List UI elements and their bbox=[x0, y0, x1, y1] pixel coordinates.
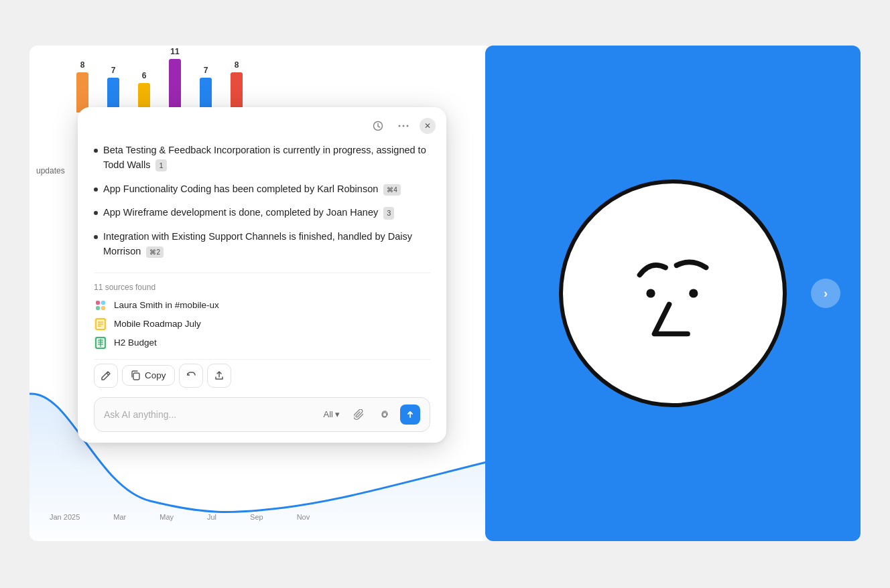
filter-chevron-icon: ▾ bbox=[335, 409, 340, 419]
source-slack-label: Laura Smith in #mobile-ux bbox=[114, 300, 219, 310]
list-item: App Functionality Coding has been comple… bbox=[94, 182, 430, 197]
bullet-list: Beta Testing & Feedback Incorporation is… bbox=[94, 143, 430, 259]
bar-chart: 8 7 6 11 7 8 bbox=[29, 46, 492, 113]
x-axis-label: Sep bbox=[250, 513, 263, 521]
slack-icon bbox=[94, 299, 107, 312]
list-item: Beta Testing & Feedback Incorporation is… bbox=[94, 143, 430, 173]
list-item: App Wireframe development is done, compl… bbox=[94, 206, 430, 220]
history-button[interactable] bbox=[369, 117, 387, 135]
carousel-next-button[interactable]: › bbox=[811, 279, 840, 308]
face-svg bbox=[599, 220, 747, 367]
share-button[interactable] bbox=[207, 364, 231, 388]
doc-icon bbox=[94, 317, 107, 331]
bullet-text: App Functionality Coding has been comple… bbox=[103, 182, 401, 197]
svg-rect-9 bbox=[101, 306, 105, 310]
filter-label: All bbox=[324, 409, 333, 419]
svg-point-3 bbox=[399, 125, 401, 127]
badge: ⌘2 bbox=[146, 246, 164, 258]
bar-rect bbox=[76, 72, 88, 113]
bullet-dot bbox=[94, 188, 98, 192]
badge: 1 bbox=[155, 159, 166, 172]
source-sheet-label: H2 Budget bbox=[114, 338, 157, 348]
ai-panel: ✕ Beta Testing & Feedback Incorporation … bbox=[78, 107, 446, 443]
svg-rect-20 bbox=[133, 373, 139, 380]
bar-label: 8 bbox=[80, 60, 85, 70]
bar-group: 7 bbox=[200, 66, 212, 113]
source-item-sheet: H2 Budget bbox=[94, 336, 430, 350]
x-axis-label: Jul bbox=[207, 513, 216, 521]
svg-point-5 bbox=[407, 125, 409, 127]
bar-label: 6 bbox=[142, 71, 147, 80]
ai-input-field[interactable] bbox=[104, 409, 314, 420]
more-options-button[interactable] bbox=[394, 117, 413, 135]
bar-label: 7 bbox=[111, 66, 116, 75]
next-icon: › bbox=[824, 287, 828, 301]
svg-rect-6 bbox=[96, 301, 100, 305]
filter-button[interactable]: All ▾ bbox=[320, 407, 344, 421]
bar-label: 11 bbox=[170, 47, 179, 56]
x-axis-label: Mar bbox=[113, 513, 126, 521]
x-axis-label: May bbox=[160, 513, 174, 521]
source-item-slack: Laura Smith in #mobile-ux bbox=[94, 299, 430, 312]
bullet-text: Integration with Existing Support Channe… bbox=[103, 230, 430, 259]
close-button[interactable]: ✕ bbox=[420, 118, 436, 134]
bar-group: 8 bbox=[231, 60, 243, 113]
face-illustration bbox=[559, 179, 787, 407]
bullet-text: Beta Testing & Feedback Incorporation is… bbox=[103, 143, 430, 173]
send-button[interactable] bbox=[400, 405, 420, 425]
sheet-icon bbox=[94, 336, 107, 350]
svg-rect-7 bbox=[101, 301, 105, 305]
ai-input-area[interactable]: All ▾ bbox=[94, 397, 430, 432]
blue-carousel-panel: › bbox=[485, 46, 861, 541]
bar-rect bbox=[169, 59, 181, 113]
edit-button[interactable] bbox=[94, 364, 118, 388]
copy-button[interactable]: Copy bbox=[122, 365, 175, 386]
source-doc-label: Mobile Roadmap July bbox=[114, 319, 201, 329]
sources-section: 11 sources found Laura Smith in #mobile-… bbox=[94, 273, 430, 350]
bullet-dot bbox=[94, 149, 98, 153]
bullet-dot bbox=[94, 235, 98, 239]
undo-button[interactable] bbox=[179, 364, 203, 388]
bar-group: 6 bbox=[138, 71, 150, 113]
x-axis-label: Jan 2025 bbox=[50, 513, 80, 521]
attachment-button[interactable] bbox=[349, 405, 369, 425]
bar-rect bbox=[231, 72, 243, 113]
copy-label: Copy bbox=[145, 370, 166, 380]
bullet-dot bbox=[94, 211, 98, 215]
badge: 3 bbox=[383, 207, 394, 220]
bar-group: 11 bbox=[169, 47, 181, 113]
badge: ⌘4 bbox=[383, 184, 401, 196]
chart-x-labels: Jan 2025MarMayJulSepNov bbox=[50, 513, 492, 521]
panel-content: Beta Testing & Feedback Incorporation is… bbox=[78, 141, 446, 443]
svg-point-0 bbox=[646, 289, 655, 297]
bar-group: 8 bbox=[76, 60, 88, 113]
bar-label: 8 bbox=[235, 60, 239, 70]
list-item: Integration with Existing Support Channe… bbox=[94, 230, 430, 259]
x-axis-label: Nov bbox=[297, 513, 310, 521]
mention-button[interactable] bbox=[375, 405, 395, 425]
svg-line-19 bbox=[107, 373, 109, 375]
svg-rect-8 bbox=[96, 306, 100, 310]
bar-label: 7 bbox=[204, 66, 208, 75]
svg-point-4 bbox=[403, 125, 405, 127]
bar-group: 7 bbox=[107, 66, 119, 113]
bullet-text: App Wireframe development is done, compl… bbox=[103, 206, 394, 220]
chart-left-label: updates bbox=[36, 166, 65, 175]
svg-point-1 bbox=[689, 289, 698, 297]
sources-count: 11 sources found bbox=[94, 283, 430, 292]
action-toolbar: Copy bbox=[94, 359, 430, 397]
source-item-doc: Mobile Roadmap July bbox=[94, 317, 430, 331]
panel-header: ✕ bbox=[78, 107, 446, 141]
